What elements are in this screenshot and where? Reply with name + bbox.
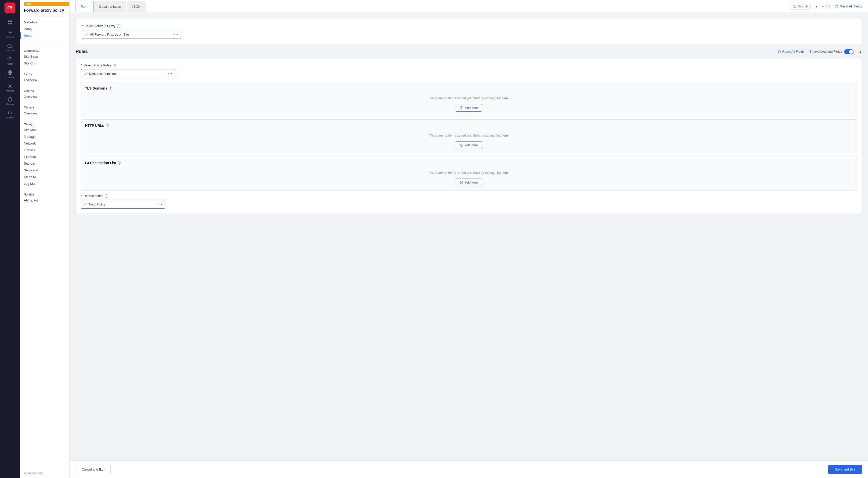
tls-domains-title-text: TLS Domains — [85, 86, 107, 90]
nav-item-metadata[interactable]: Metadata — [20, 19, 69, 26]
nav-section-manage1: Manage Overview — [20, 102, 69, 119]
reset-icon — [835, 5, 838, 8]
http-urls-info-icon[interactable]: ? — [106, 124, 109, 127]
save-exit-btn[interactable]: Save and Exit — [828, 465, 862, 474]
l4-destination-add-btn[interactable]: Add Item — [456, 179, 482, 186]
rules-title: Rules — [75, 49, 88, 54]
nav-title-cloud: Cloud and... — [20, 47, 69, 53]
forward-proxy-clear[interactable]: × — [173, 32, 176, 36]
sidebar-item-grid[interactable] — [0, 18, 20, 27]
nav-up[interactable]: ▲ — [813, 4, 819, 9]
sidebar-item-manage1[interactable]: Manage — [0, 81, 20, 94]
default-action-dropdown-arrow[interactable]: ▾ — [161, 203, 162, 206]
forward-proxy-label: * Select Forward Proxy ? — [82, 24, 856, 28]
tls-add-label: Add Item — [465, 106, 478, 110]
default-action-info-icon[interactable]: ? — [105, 194, 108, 198]
default-action-select-inner: ⇄ Next Policy — [84, 202, 157, 206]
http-add-icon — [460, 144, 463, 147]
policy-rules-label-text: Select Policy Rules — [84, 63, 111, 67]
http-urls-add-btn[interactable]: Add Item — [456, 141, 482, 149]
forward-proxy-dropdown-arrow[interactable]: ▾ — [177, 33, 178, 36]
rules-collapse-btn[interactable]: ▲ — [859, 50, 862, 54]
nav-arrows: ▲ ▼ ✕ — [813, 4, 832, 9]
nav-item-rules[interactable]: Rules — [20, 32, 69, 39]
nav-item-site-secu[interactable]: Site Secu — [20, 53, 69, 60]
sidebar-item-fleets[interactable]: Fleets — [0, 54, 20, 68]
toggle-knob — [849, 50, 853, 54]
default-action-clear[interactable]: × — [157, 202, 160, 206]
advanced-nav-link[interactable]: Advanced nav — [24, 472, 65, 475]
topbar: Form Documentation JSON Search ▲ ▼ ✕ Res… — [70, 0, 868, 13]
nav-item-service[interactable]: Service P — [20, 167, 69, 174]
nav-item-firewall[interactable]: Firewall — [20, 147, 69, 153]
nav-section-manage2: Manage Site Man Manage Network Firewall … — [20, 119, 69, 189]
forward-proxy-info-icon[interactable]: ? — [117, 24, 120, 28]
reset-all-label: Reset All Fields — [840, 4, 862, 8]
default-action-label: * Default Action ? — [81, 194, 857, 198]
nav-item-site-con[interactable]: Site Con — [20, 60, 69, 67]
http-add-label: Add Item — [465, 143, 478, 147]
nav-item-manage[interactable]: Manage — [20, 133, 69, 140]
tls-domains-info-icon[interactable]: ? — [108, 87, 112, 90]
nav-item-network[interactable]: Network — [20, 140, 69, 147]
http-urls-empty: There are no items added yet. Start by a… — [85, 130, 852, 139]
tls-domains-title: TLS Domains ? — [85, 86, 852, 90]
nav-item-alerts-au[interactable]: Alerts, Au — [20, 197, 69, 204]
nav-item-log-man[interactable]: Log Man — [20, 180, 69, 187]
nav-title-notifica: Notifica — [20, 191, 69, 197]
nav-section-cloud: Cloud and... Site Secu Site Con — [20, 45, 69, 69]
sidebar-item-external[interactable]: Externa — [0, 68, 20, 81]
sidebar-item-select[interactable]: Select s — [0, 27, 20, 41]
reset-all-fields-btn[interactable]: Reset All Fields — [835, 4, 862, 8]
rules-header: Rules Reset All Fields Show Advanced Fie… — [75, 49, 862, 54]
advanced-toggle-switch[interactable] — [844, 49, 854, 54]
http-urls-title-text: HTTP URLs — [85, 124, 104, 127]
sidebar-item-cloud[interactable]: Cloud an — [0, 41, 20, 54]
nav-item-fleets-overview[interactable]: Overview — [20, 77, 69, 83]
sidebar-item-manage2[interactable]: Manage — [0, 94, 20, 108]
nav-item-proxy[interactable]: Proxy — [20, 26, 69, 32]
forward-proxy-value: All Forward Proxies on Site — [90, 33, 129, 36]
policy-rules-select-inner: ⇄ Denied connections — [84, 71, 167, 76]
policy-rules-info-icon[interactable]: ? — [113, 64, 116, 67]
bottombar: Cancel and Exit Save and Exit — [70, 460, 868, 478]
nav-item-secrets[interactable]: Secrets — [20, 160, 69, 167]
required-star: * — [82, 24, 83, 28]
topbar-right: Search ▲ ▼ ✕ Reset All Fields — [790, 3, 862, 10]
forward-proxy-select[interactable]: ⇄ All Forward Proxies on Site × ▾ — [82, 30, 181, 39]
nav-down[interactable]: ▼ — [820, 4, 826, 9]
tab-form[interactable]: Form — [75, 1, 93, 12]
rules-actions: Reset All Fields Show Advanced Fields ▲ — [778, 49, 862, 54]
default-action-select[interactable]: ⇄ Next Policy × ▾ — [81, 200, 165, 209]
nav-close[interactable]: ✕ — [827, 4, 832, 9]
tls-domains-empty: There are no items added yet. Start by a… — [85, 93, 852, 102]
search-box[interactable]: Search — [790, 3, 811, 10]
f5-logo: F5 — [4, 2, 16, 13]
nav-title-external: Externa — [20, 87, 69, 93]
policy-rules-select[interactable]: ⇄ Denied connections × ▾ — [81, 69, 175, 78]
nav-item-site-man[interactable]: Site Man — [20, 127, 69, 133]
l4-destination-info-icon[interactable]: ? — [118, 161, 121, 165]
rules-reset-btn[interactable]: Reset All Fields — [778, 50, 805, 54]
svg-rect-3 — [10, 23, 12, 24]
http-urls-section: HTTP URLs ? There are no items added yet… — [81, 119, 857, 153]
l4-destination-section: L4 Destination List ? There are no items… — [81, 157, 857, 190]
tls-add-icon — [460, 106, 463, 110]
tab-json[interactable]: JSON — [127, 1, 146, 12]
nav-item-external-sub[interactable]: External — [20, 153, 69, 160]
nav-item-manage1-overview[interactable]: Overview — [20, 110, 69, 117]
sidebar-item-notifications[interactable]: Notifica — [0, 108, 20, 121]
policy-rules-dropdown-arrow[interactable]: ▾ — [170, 72, 172, 76]
nav-item-external-overview[interactable]: Overview — [20, 93, 69, 100]
default-action-required: * — [81, 194, 82, 198]
cancel-exit-btn[interactable]: Cancel and Exit — [75, 465, 111, 474]
rules-reset-label: Reset All Fields — [782, 50, 805, 54]
svg-rect-1 — [10, 21, 12, 22]
nav-section-notifica: Notifica Alerts, Au — [20, 189, 69, 206]
tls-domains-add-btn[interactable]: Add Item — [456, 104, 482, 112]
policy-rules-clear[interactable]: × — [167, 71, 169, 76]
default-action-value: Next Policy — [89, 203, 105, 206]
tab-documentation[interactable]: Documentation — [94, 1, 126, 12]
rules-body: * Select Policy Rules ? ⇄ Denied connect… — [75, 58, 862, 214]
nav-item-alerts-m[interactable]: Alerts M — [20, 174, 69, 180]
